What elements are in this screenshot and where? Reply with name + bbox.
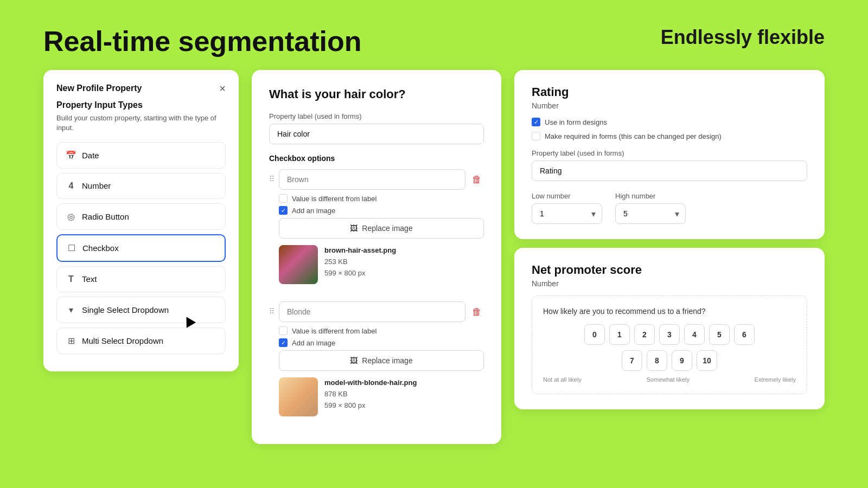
delete-blonde-button[interactable]: 🗑 xyxy=(470,304,484,320)
image-info-blonde: model-with-blonde-hair.png 878 KB 599 × … xyxy=(324,377,417,411)
add-image-brown-label: Add an image xyxy=(292,207,335,215)
option-blonde-content: 🗑 Value is different from label Add an i… xyxy=(279,301,484,425)
radio-icon: ◎ xyxy=(66,211,76,222)
input-type-checkbox[interactable]: ☐ Checkbox xyxy=(56,234,226,262)
page-header: Real-time segmentation Endlessly flexibl… xyxy=(0,0,868,70)
panel-header: New Profile Property × xyxy=(56,83,226,94)
replace-image-brown-button[interactable]: 🖼 Replace image xyxy=(279,218,484,239)
drag-handle-brown[interactable]: ⠿ xyxy=(269,175,275,183)
value-different-blonde: Value is different from label xyxy=(279,326,484,335)
rating-property-label-input[interactable] xyxy=(532,160,807,181)
value-different-brown-label: Value is different from label xyxy=(292,195,376,203)
sub-title: Endlessly flexible xyxy=(661,26,825,49)
input-type-radio[interactable]: ◎ Radio Button xyxy=(56,203,226,230)
image-thumb-brown xyxy=(279,245,318,284)
nps-num-4[interactable]: 4 xyxy=(684,324,705,345)
image-dims-blonde: 599 × 800 px xyxy=(324,400,417,412)
image-thumb-blonde xyxy=(279,377,318,416)
nps-num-1[interactable]: 1 xyxy=(609,324,630,345)
input-type-multi-select[interactable]: ⊞ Multi Select Dropdown xyxy=(56,328,226,354)
high-number-label: High number xyxy=(615,192,686,200)
high-number-group: High number 5 10 xyxy=(615,192,686,224)
value-different-brown-checkbox[interactable] xyxy=(279,194,288,203)
nps-num-0[interactable]: 0 xyxy=(584,324,605,345)
section-title: Property Input Types xyxy=(56,100,226,110)
option-brown-input-row: 🗑 xyxy=(279,169,484,190)
image-name-blonde: model-with-blonde-hair.png xyxy=(324,377,417,389)
low-number-select[interactable]: 1 0 xyxy=(532,203,602,224)
checkbox-options-label: Checkbox options xyxy=(269,154,484,163)
left-panel: New Profile Property × Property Input Ty… xyxy=(43,70,239,371)
rating-title: Rating xyxy=(532,85,807,99)
option-brown: ⠿ 🗑 Value is different from label Add an… xyxy=(269,169,484,293)
nps-num-9[interactable]: 9 xyxy=(672,350,692,371)
nps-labels-row: Not at all likely Somewhat likely Extrem… xyxy=(543,376,796,383)
nps-num-6[interactable]: 6 xyxy=(734,324,755,345)
panels-container: New Profile Property × Property Input Ty… xyxy=(0,70,868,444)
option-blonde-input[interactable] xyxy=(279,301,465,322)
nps-subtitle: Number xyxy=(532,279,807,288)
add-image-blonde-label: Add an image xyxy=(292,339,335,347)
input-type-checkbox-label: Checkbox xyxy=(82,243,119,253)
number-range-row: Low number 1 0 High number 5 10 xyxy=(532,192,807,224)
nps-num-2[interactable]: 2 xyxy=(634,324,655,345)
drag-handle-blonde[interactable]: ⠿ xyxy=(269,307,275,316)
nps-panel: Net promoter score Number How likely are… xyxy=(514,248,825,409)
input-type-single-select-label: Single Select Dropdown xyxy=(82,305,169,314)
low-number-group: Low number 1 0 xyxy=(532,192,602,224)
option-brown-input[interactable] xyxy=(279,169,465,190)
image-preview-blonde: model-with-blonde-hair.png 878 KB 599 × … xyxy=(279,377,484,416)
replace-image-blonde-button[interactable]: 🖼 Replace image xyxy=(279,350,484,371)
image-size-brown: 253 KB xyxy=(324,256,396,268)
nps-question-box: How likely are you to recommend us to a … xyxy=(532,296,807,394)
nps-num-3[interactable]: 3 xyxy=(659,324,680,345)
nps-num-7[interactable]: 7 xyxy=(622,350,642,371)
rating-property-label-label: Property label (used in forms) xyxy=(532,149,807,157)
close-button[interactable]: × xyxy=(219,83,226,94)
option-blonde: ⠿ 🗑 Value is different from label Add an… xyxy=(269,301,484,425)
delete-brown-button[interactable]: 🗑 xyxy=(470,172,484,188)
value-different-blonde-label: Value is different from label xyxy=(292,327,376,335)
low-number-label: Low number xyxy=(532,192,602,200)
nps-numbers-row1: 0 1 2 3 4 5 6 xyxy=(543,324,796,345)
value-different-brown: Value is different from label xyxy=(279,194,484,203)
use-in-forms-label: Use in form designs xyxy=(545,118,607,126)
nps-num-8[interactable]: 8 xyxy=(647,350,667,371)
nps-numbers-row2: 7 8 9 10 xyxy=(543,350,796,371)
middle-panel-title: What is your hair color? xyxy=(269,87,484,101)
nps-num-5[interactable]: 5 xyxy=(709,324,730,345)
add-image-brown-checkbox[interactable] xyxy=(279,206,288,215)
use-in-forms-checkbox[interactable] xyxy=(532,118,540,126)
input-type-single-select[interactable]: ▾ Single Select Dropdown xyxy=(56,297,226,323)
nps-question-text: How likely are you to recommend us to a … xyxy=(543,307,796,316)
rating-panel: Rating Number Use in form designs Make r… xyxy=(514,70,825,239)
nps-label-middle: Somewhat likely xyxy=(647,376,690,383)
input-type-date[interactable]: 📅 Date xyxy=(56,142,226,169)
nps-num-10[interactable]: 10 xyxy=(697,350,717,371)
text-icon: T xyxy=(66,274,76,284)
use-in-forms-row: Use in form designs xyxy=(532,118,807,126)
make-required-label: Make required in forms (this can be chan… xyxy=(545,132,722,140)
property-label-input[interactable] xyxy=(269,124,484,144)
input-type-text[interactable]: T Text xyxy=(56,266,226,292)
add-image-blonde: Add an image xyxy=(279,338,484,347)
nps-title: Net promoter score xyxy=(532,263,807,277)
image-dims-brown: 599 × 800 px xyxy=(324,268,396,279)
high-number-select[interactable]: 5 10 xyxy=(615,203,686,224)
low-number-select-wrapper[interactable]: 1 0 xyxy=(532,203,602,224)
add-image-blonde-checkbox[interactable] xyxy=(279,338,288,347)
high-number-select-wrapper[interactable]: 5 10 xyxy=(615,203,686,224)
right-panels: Rating Number Use in form designs Make r… xyxy=(514,70,825,409)
image-info-brown: brown-hair-asset.png 253 KB 599 × 800 px xyxy=(324,245,396,279)
multi-select-icon: ⊞ xyxy=(66,336,76,346)
calendar-icon: 📅 xyxy=(66,150,76,160)
make-required-checkbox[interactable] xyxy=(532,132,540,140)
input-type-number[interactable]: 4 Number xyxy=(56,173,226,199)
value-different-blonde-checkbox[interactable] xyxy=(279,326,288,335)
make-required-row: Make required in forms (this can be chan… xyxy=(532,132,807,140)
option-brown-content: 🗑 Value is different from label Add an i… xyxy=(279,169,484,293)
add-image-brown: Add an image xyxy=(279,206,484,215)
section-desc: Build your custom property, starting wit… xyxy=(56,113,226,133)
option-blonde-input-row: 🗑 xyxy=(279,301,484,322)
nps-label-right: Extremely likely xyxy=(755,376,796,383)
